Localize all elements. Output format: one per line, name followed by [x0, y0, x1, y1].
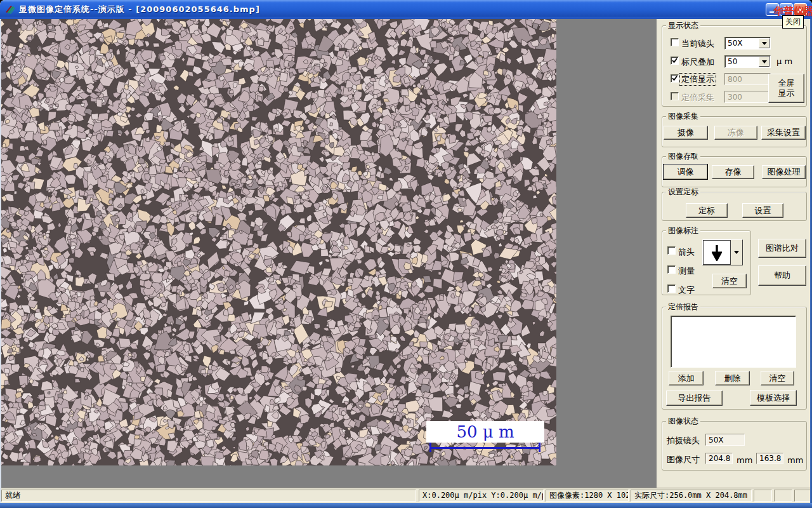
- chevron-down-icon[interactable]: [731, 240, 742, 265]
- text-label: 文字: [678, 284, 695, 296]
- group-image-status: 图像状态 拍摄镜头 50X 图像尺寸 204.8 mm 163.8 mm: [662, 421, 807, 471]
- fixed-display-field: 800: [724, 73, 771, 85]
- status-pixels: 图像像素:1280 X 1024: [546, 490, 629, 502]
- arrow-label: 箭头: [678, 246, 695, 258]
- app-icon: [4, 4, 16, 15]
- group-annotation-label: 图像标注: [666, 226, 700, 235]
- scale-unit-label: μ m: [776, 57, 792, 66]
- group-display-status: 显示状态 当前镜头 50X 标尺叠加 50 μ m 定倍显示 800 定倍采集: [662, 25, 807, 107]
- annotation-clear-button[interactable]: 清空: [712, 274, 747, 288]
- titlebar[interactable]: 显微图像定倍系统--演示版 - [20090602055646.bmp] 华普仪…: [0, 0, 812, 19]
- status-ready: 就绪: [1, 490, 416, 502]
- atlas-compare-button[interactable]: 图谱比对: [758, 239, 806, 258]
- scale-bar-text: 50 μ m: [456, 422, 514, 441]
- current-lens-checkbox[interactable]: [671, 38, 679, 46]
- current-lens-label: 当前镜头: [681, 38, 714, 50]
- scale-overlay-combo[interactable]: 50: [724, 55, 771, 68]
- group-calibration-label: 设置定标: [666, 187, 700, 196]
- arrow-style-combo[interactable]: [702, 239, 743, 265]
- load-image-button[interactable]: 调像: [663, 164, 708, 180]
- fullscreen-button[interactable]: 全屏显示: [768, 74, 804, 103]
- width-unit-label: mm: [737, 455, 752, 465]
- scale-bar-tick-right: [539, 443, 540, 452]
- status-empty-1: [754, 490, 772, 502]
- image-size-label: 图像尺寸: [667, 454, 700, 465]
- fixed-capture-checkbox: [671, 92, 679, 100]
- close-tooltip: 关闭: [782, 15, 804, 29]
- fixed-display-label: 定倍显示: [679, 73, 716, 86]
- measure-label: 测量: [678, 265, 695, 277]
- report-listbox[interactable]: [671, 316, 796, 368]
- group-image-storage-label: 图像存取: [666, 152, 700, 161]
- image-height-field: 163.8: [756, 453, 783, 464]
- window-left-border: [0, 19, 1, 503]
- chevron-down-icon[interactable]: [759, 38, 769, 48]
- calibration-settings-button[interactable]: 设置: [742, 203, 783, 218]
- report-clear-button[interactable]: 清空: [761, 371, 794, 385]
- scale-bar-tick-left: [429, 443, 431, 452]
- group-display-status-label: 显示状态: [666, 21, 700, 30]
- fixed-display-checkbox[interactable]: [671, 74, 679, 83]
- calibrate-button[interactable]: 定标: [686, 203, 728, 218]
- group-image-capture-label: 图像采集: [666, 112, 700, 121]
- scale-overlay-label: 标尺叠加: [681, 57, 714, 68]
- status-resolution: X:0.200μ m/pix Y:0.200μ m/pix: [419, 490, 544, 502]
- text-checkbox[interactable]: [667, 284, 676, 293]
- image-width-field: 204.8: [705, 453, 733, 464]
- group-report: 定倍报告 添加 删除 清空 导出报告 模板选择: [662, 307, 807, 410]
- report-add-button[interactable]: 添加: [669, 371, 704, 385]
- fixed-capture-label: 定倍采集: [681, 92, 714, 104]
- app-window: 显微图像定倍系统--演示版 - [20090602055646.bmp] 华普仪…: [0, 0, 812, 508]
- window-bottom-border: [0, 503, 812, 508]
- arrow-checkbox[interactable]: [667, 246, 676, 255]
- help-button[interactable]: 帮助: [758, 265, 806, 286]
- check-icon: [672, 58, 678, 64]
- group-report-label: 定倍报告: [666, 302, 700, 311]
- capture-button[interactable]: 摄像: [664, 126, 708, 140]
- group-image-status-label: 图像状态: [666, 417, 700, 425]
- status-empty-3: [794, 490, 811, 502]
- freeze-button: 冻像: [714, 126, 757, 140]
- scale-overlay-checkbox[interactable]: [671, 57, 679, 65]
- group-calibration: 设置定标 定标 设置: [662, 192, 807, 221]
- down-arrow-icon: [712, 244, 722, 261]
- group-image-storage: 图像存取 调像 存像 图像处理: [662, 156, 807, 187]
- status-empty-2: [774, 490, 792, 502]
- group-image-capture: 图像采集 摄像 冻像 采集设置: [662, 116, 807, 147]
- fixed-capture-field: 300: [724, 91, 771, 103]
- status-actual-size: 实际尺寸:256.0mm X 204.8mm: [631, 490, 752, 502]
- export-report-button[interactable]: 导出报告: [666, 391, 723, 406]
- scale-bar-line: [429, 447, 540, 449]
- capture-lens-field: 50X: [705, 434, 745, 446]
- save-image-button[interactable]: 存像: [712, 165, 754, 179]
- micrograph-canvas[interactable]: [1, 19, 556, 465]
- current-lens-combo[interactable]: 50X: [724, 37, 771, 50]
- capture-settings-button[interactable]: 采集设置: [761, 126, 806, 140]
- measure-checkbox[interactable]: [667, 265, 676, 274]
- statusbar: 就绪 X:0.200μ m/pix Y:0.200μ m/pix 图像像素:12…: [1, 488, 811, 503]
- chevron-down-icon[interactable]: [759, 57, 769, 67]
- image-viewer[interactable]: 50 μ m: [1, 19, 556, 465]
- arrow-style-preview: [703, 240, 731, 265]
- template-select-button[interactable]: 模板选择: [750, 390, 797, 406]
- image-process-button[interactable]: 图像处理: [762, 165, 806, 179]
- check-icon: [672, 76, 678, 81]
- report-delete-button[interactable]: 删除: [715, 371, 750, 385]
- window-title: 显微图像定倍系统--演示版 - [20090602055646.bmp]: [19, 4, 260, 15]
- capture-lens-label: 拍摄镜头: [667, 435, 700, 446]
- group-annotation: 图像标注 箭头 测量 清空 文字: [662, 231, 751, 295]
- height-unit-label: mm: [787, 455, 803, 465]
- scale-bar: 50 μ m: [426, 421, 544, 443]
